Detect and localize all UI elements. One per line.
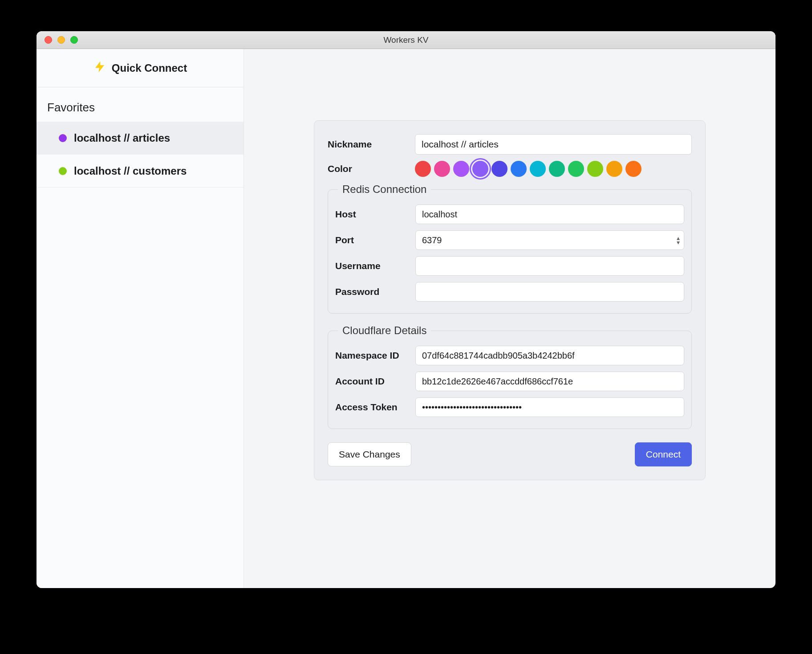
color-swatch[interactable]: [568, 161, 584, 177]
minimize-icon[interactable]: [57, 36, 65, 44]
redis-legend: Redis Connection: [338, 183, 431, 196]
port-input[interactable]: [415, 230, 684, 250]
color-dot-icon: [59, 134, 67, 142]
sidebar-item[interactable]: localhost // customers: [37, 155, 244, 188]
main-content: Nickname Color Redis Connection Host Por…: [244, 49, 775, 588]
color-swatch[interactable]: [511, 161, 527, 177]
sidebar-item-label: localhost // articles: [74, 132, 170, 144]
stepper-icon[interactable]: ▴▾: [677, 236, 680, 245]
color-swatch[interactable]: [472, 161, 488, 177]
bolt-icon: [93, 60, 106, 76]
account-input[interactable]: [415, 372, 684, 391]
close-icon[interactable]: [45, 36, 52, 44]
username-input[interactable]: [415, 256, 684, 276]
save-button[interactable]: Save Changes: [328, 442, 411, 466]
color-dot-icon: [59, 167, 67, 175]
username-label: Username: [335, 261, 415, 271]
host-input[interactable]: [415, 204, 684, 224]
sidebar-item-label: localhost // customers: [74, 165, 187, 177]
zoom-icon[interactable]: [70, 36, 78, 44]
password-input[interactable]: [415, 282, 684, 302]
sidebar: Quick Connect Favorites localhost // art…: [37, 49, 244, 588]
connection-panel: Nickname Color Redis Connection Host Por…: [314, 120, 706, 480]
password-label: Password: [335, 286, 415, 297]
nickname-label: Nickname: [328, 139, 415, 150]
color-swatch[interactable]: [491, 161, 508, 177]
traffic-lights: [45, 36, 78, 44]
color-swatch[interactable]: [453, 161, 469, 177]
namespace-input[interactable]: [415, 346, 684, 365]
color-swatch[interactable]: [606, 161, 622, 177]
token-input[interactable]: [415, 397, 684, 417]
port-label: Port: [335, 235, 415, 245]
window-title: Workers KV: [37, 35, 775, 45]
color-label: Color: [328, 164, 415, 174]
color-swatch[interactable]: [625, 161, 641, 177]
host-label: Host: [335, 209, 415, 220]
redis-fieldset: Redis Connection Host Port ▴▾ Username: [328, 183, 692, 314]
color-swatch[interactable]: [549, 161, 565, 177]
cloudflare-legend: Cloudflare Details: [338, 324, 431, 337]
color-swatch[interactable]: [587, 161, 603, 177]
namespace-label: Namespace ID: [335, 350, 415, 361]
quick-connect-label: Quick Connect: [112, 62, 187, 74]
token-label: Access Token: [335, 402, 415, 413]
color-swatch[interactable]: [434, 161, 450, 177]
cloudflare-fieldset: Cloudflare Details Namespace ID Account …: [328, 324, 692, 429]
nickname-input[interactable]: [415, 134, 692, 155]
color-swatches: [415, 161, 641, 177]
favorites-header: Favorites: [37, 87, 244, 122]
sidebar-item[interactable]: localhost // articles: [37, 122, 244, 155]
app-window: Workers KV Quick Connect Favorites local…: [37, 31, 775, 588]
titlebar: Workers KV: [37, 31, 775, 49]
color-swatch[interactable]: [530, 161, 546, 177]
quick-connect-button[interactable]: Quick Connect: [37, 49, 244, 87]
color-swatch[interactable]: [415, 161, 431, 177]
connect-button[interactable]: Connect: [635, 442, 692, 466]
account-label: Account ID: [335, 376, 415, 387]
